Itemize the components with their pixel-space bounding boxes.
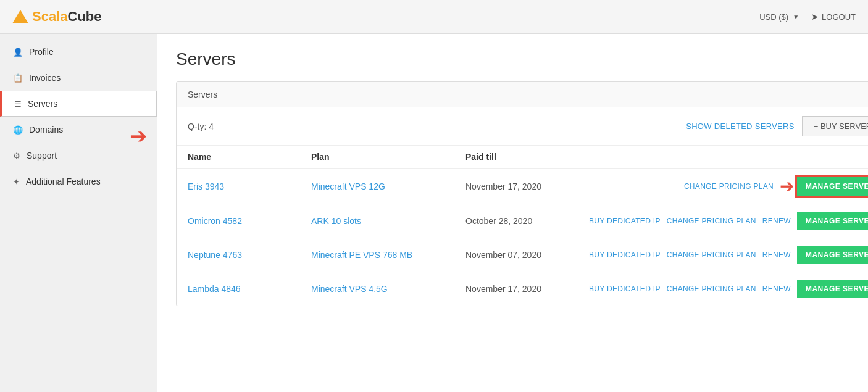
sidebar-item-profile[interactable]: 👤 Profile	[0, 39, 157, 65]
table-row: Eris 3943 Minecraft VPS 12G November 17,…	[177, 169, 868, 204]
col-header-plan: Plan	[311, 152, 465, 162]
buy-dedicated-neptune[interactable]: BUY DEDICATED IP	[589, 251, 661, 259]
renew-omicron[interactable]: RENEW	[762, 217, 791, 225]
row-actions-omicron: BUY DEDICATED IP CHANGE PRICING PLAN REN…	[589, 212, 868, 230]
server-date-neptune: November 07, 2020	[465, 250, 589, 260]
profile-icon: 👤	[13, 48, 23, 57]
change-pricing-eris[interactable]: CHANGE PRICING PLAN	[684, 182, 774, 191]
manage-server-button-lambda[interactable]: MANAGE SERVER	[797, 280, 868, 298]
servers-panel: Servers Q-ty: 4 SHOW DELETED SERVERS + B…	[176, 81, 868, 306]
buy-dedicated-omicron[interactable]: BUY DEDICATED IP	[589, 217, 661, 225]
renew-lambda[interactable]: RENEW	[762, 285, 791, 293]
col-header-actions	[589, 152, 868, 162]
change-pricing-lambda[interactable]: CHANGE PRICING PLAN	[667, 285, 756, 293]
sidebar-item-invoices[interactable]: 📋 Invoices	[0, 65, 157, 91]
row-actions-lambda: BUY DEDICATED IP CHANGE PRICING PLAN REN…	[589, 280, 868, 298]
table-row: Neptune 4763 Minecraft PE VPS 768 MB Nov…	[177, 238, 868, 272]
server-name-eris[interactable]: Eris 3943	[188, 181, 311, 191]
invoices-icon: 📋	[13, 73, 23, 83]
server-date-omicron: October 28, 2020	[465, 216, 589, 226]
additional-features-icon: ✦	[13, 177, 20, 186]
renew-neptune[interactable]: RENEW	[762, 251, 791, 259]
annotation-arrow-manage: ➔	[780, 176, 794, 196]
table-row: Lambda 4846 Minecraft VPS 4.5G November …	[177, 272, 868, 306]
table-header: Name Plan Paid till	[177, 146, 868, 169]
servers-icon: ☰	[14, 99, 22, 109]
server-name-omicron[interactable]: Omicron 4582	[188, 216, 311, 226]
sidebar-item-additional-features[interactable]: ✦ Additional Features	[0, 169, 157, 194]
server-plan-omicron[interactable]: ARK 10 slots	[311, 216, 465, 226]
support-icon: ⚙	[13, 151, 20, 161]
row-actions-eris: CHANGE PRICING PLAN ➔ MANAGE SERVER	[589, 176, 868, 196]
server-date-eris: November 17, 2020	[465, 181, 589, 191]
logo: ScalaCube	[12, 9, 102, 25]
sidebar-item-domains[interactable]: 🌐 Domains	[0, 117, 157, 143]
logo-cube: Cube	[68, 9, 102, 25]
server-date-lambda: November 17, 2020	[465, 284, 589, 294]
logout-label: LOGOUT	[822, 12, 856, 22]
server-plan-neptune[interactable]: Minecraft PE VPS 768 MB	[311, 250, 465, 260]
logo-scala: Scala	[32, 9, 68, 25]
currency-selector[interactable]: USD ($) ▼	[759, 12, 799, 22]
col-header-paid-till: Paid till	[465, 152, 589, 162]
server-plan-eris[interactable]: Minecraft VPS 12G	[311, 181, 465, 191]
logo-icon	[12, 10, 28, 23]
col-header-name: Name	[188, 152, 311, 162]
sidebar-item-invoices-label: Invoices	[29, 73, 61, 83]
sidebar-item-servers-label: Servers	[28, 99, 57, 109]
table-row: Omicron 4582 ARK 10 slots October 28, 20…	[177, 204, 868, 238]
header: ScalaCube USD ($) ▼ ➤ LOGOUT	[0, 0, 868, 34]
currency-label: USD ($)	[759, 12, 788, 22]
manage-group-eris: ➔ MANAGE SERVER	[780, 176, 868, 196]
domains-icon: 🌐	[13, 125, 23, 135]
header-right: USD ($) ▼ ➤ LOGOUT	[759, 12, 856, 22]
sidebar-item-domains-label: Domains	[29, 125, 63, 135]
sidebar-item-support-label: Support	[27, 151, 57, 161]
buy-dedicated-lambda[interactable]: BUY DEDICATED IP	[589, 285, 661, 293]
sidebar: 👤 Profile 📋 Invoices ☰ Servers ➔ 🌐 Domai…	[0, 34, 157, 392]
server-plan-lambda[interactable]: Minecraft VPS 4.5G	[311, 284, 465, 294]
sidebar-item-servers[interactable]: ☰ Servers	[0, 91, 157, 117]
page-title: Servers	[176, 49, 868, 69]
qty-actions: SHOW DELETED SERVERS + BUY SERVER	[686, 116, 868, 136]
change-pricing-neptune[interactable]: CHANGE PRICING PLAN	[667, 251, 756, 259]
page-layout: 👤 Profile 📋 Invoices ☰ Servers ➔ 🌐 Domai…	[0, 34, 868, 392]
panel-header: Servers	[177, 82, 868, 107]
logout-arrow-icon: ➤	[811, 12, 819, 22]
sidebar-item-support[interactable]: ⚙ Support	[0, 143, 157, 169]
row-actions-neptune: BUY DEDICATED IP CHANGE PRICING PLAN REN…	[589, 246, 868, 264]
server-name-lambda[interactable]: Lambda 4846	[188, 284, 311, 294]
manage-server-button-omicron[interactable]: MANAGE SERVER	[797, 212, 868, 230]
main-content: Servers Servers Q-ty: 4 SHOW DELETED SER…	[157, 34, 868, 392]
buy-server-button[interactable]: + BUY SERVER	[802, 116, 868, 136]
manage-server-button-eris[interactable]: MANAGE SERVER	[797, 177, 868, 196]
manage-server-button-neptune[interactable]: MANAGE SERVER	[797, 246, 868, 264]
qty-text: Q-ty: 4	[188, 122, 214, 131]
change-pricing-omicron[interactable]: CHANGE PRICING PLAN	[667, 217, 756, 225]
server-name-neptune[interactable]: Neptune 4763	[188, 250, 311, 260]
logout-button[interactable]: ➤ LOGOUT	[811, 12, 856, 22]
sidebar-item-profile-label: Profile	[29, 47, 54, 57]
sidebar-item-additional-features-label: Additional Features	[26, 177, 101, 186]
panel-body: Q-ty: 4 SHOW DELETED SERVERS + BUY SERVE…	[177, 107, 868, 306]
qty-row: Q-ty: 4 SHOW DELETED SERVERS + BUY SERVE…	[177, 107, 868, 146]
caret-down-icon: ▼	[793, 14, 799, 20]
show-deleted-button[interactable]: SHOW DELETED SERVERS	[686, 122, 795, 131]
